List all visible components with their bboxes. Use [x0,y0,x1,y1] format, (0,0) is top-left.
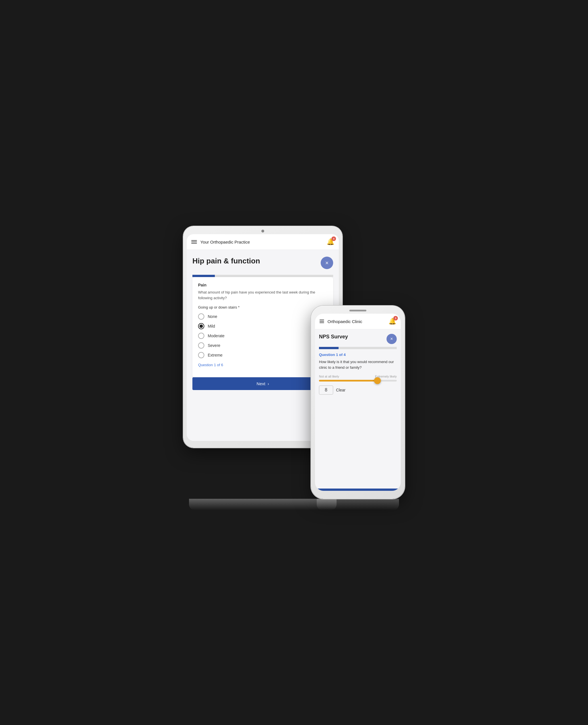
tablet-app-title: Your Orthopaedic Practice [201,240,323,244]
phone-app-title: Orthopaedic Clinic [328,319,385,324]
tablet-survey-title: Hip pain & function [192,256,260,265]
tablet-question-text: What amount of hip pain have you experie… [198,290,328,301]
option-severe[interactable]: Severe [198,343,328,349]
phone-speaker [349,310,366,311]
phone-progress-bar-container [319,347,397,349]
tablet-sub-question: Going up or down stairs * [198,305,328,309]
tablet-close-icon: × [325,260,329,266]
option-mild[interactable]: Mild [198,323,328,329]
phone-question-text: How likely is it that you would recommen… [319,359,397,370]
tablet-section-label: Pain [198,283,328,287]
label-mild: Mild [208,324,215,328]
option-moderate[interactable]: Moderate [198,333,328,339]
phone-not-likely-label: Not at all likely [319,375,339,378]
scene: Your Orthopaedic Practice 🔔 4 Hip pain &… [183,226,405,499]
tablet-title-row: Hip pain & function × [192,256,333,269]
tablet-notification-badge: 4 [332,236,336,241]
tablet-close-button[interactable]: × [321,256,333,269]
radio-mild[interactable] [198,323,204,329]
label-none: None [208,314,217,319]
tablet-progress-bar-fill [192,275,215,277]
radio-mild-fill [200,325,203,328]
label-moderate: Moderate [208,334,225,338]
phone-content: NPS Survey × Question 1 of 4 How likely … [315,329,401,489]
tablet-question-counter: Question 1 of 6 [198,363,328,367]
radio-extreme[interactable] [198,352,204,358]
phone-close-icon: × [390,336,393,341]
phone-slider-bottom: 8 Clear [319,386,397,395]
phone-bottom-bar [315,489,401,491]
phone-slider-thumb[interactable] [374,377,381,384]
phone-notification-badge: 3 [393,316,398,320]
phone-slider-fill [319,380,377,381]
phone-progress-bar-fill [319,347,339,349]
phone-survey-title: NPS Survey [319,334,348,340]
tablet-progress-bar-container [192,275,333,277]
phone-header: Orthopaedic Clinic 🔔 3 [315,314,401,329]
phone-notification-bell[interactable]: 🔔 3 [388,318,396,325]
phone-question-num: Question 1 of 4 [319,353,397,357]
phone-likelihood-labels: Not at all likely Extremely likely [319,375,397,378]
phone-slider-track[interactable] [319,380,397,381]
phone-menu-icon[interactable] [319,319,324,323]
phone-reflection [317,499,399,510]
phone-device: Orthopaedic Clinic 🔔 3 NPS Survey × [311,306,405,499]
phone-slider-wrapper [319,380,397,381]
radio-none[interactable] [198,313,204,319]
tablet-notification-bell[interactable]: 🔔 4 [327,238,334,246]
radio-moderate[interactable] [198,333,204,339]
phone-screen: Orthopaedic Clinic 🔔 3 NPS Survey × [315,314,401,491]
tablet-menu-icon[interactable] [191,240,197,244]
tablet-header: Your Orthopaedic Practice 🔔 4 [187,234,339,250]
tablet-reflection [189,499,337,510]
phone-slider-value[interactable]: 8 [319,386,333,395]
label-severe: Severe [208,343,220,348]
tablet-next-label: Next [256,381,265,386]
tablet-camera [261,230,264,232]
phone-clear-button[interactable]: Clear [336,388,345,392]
label-extreme: Extreme [208,353,223,357]
phone-close-button[interactable]: × [386,334,397,344]
option-none[interactable]: None [198,313,328,319]
phone-title-row: NPS Survey × [319,334,397,344]
radio-severe[interactable] [198,343,204,349]
option-extreme[interactable]: Extreme [198,352,328,358]
next-arrow-icon: › [268,381,269,386]
